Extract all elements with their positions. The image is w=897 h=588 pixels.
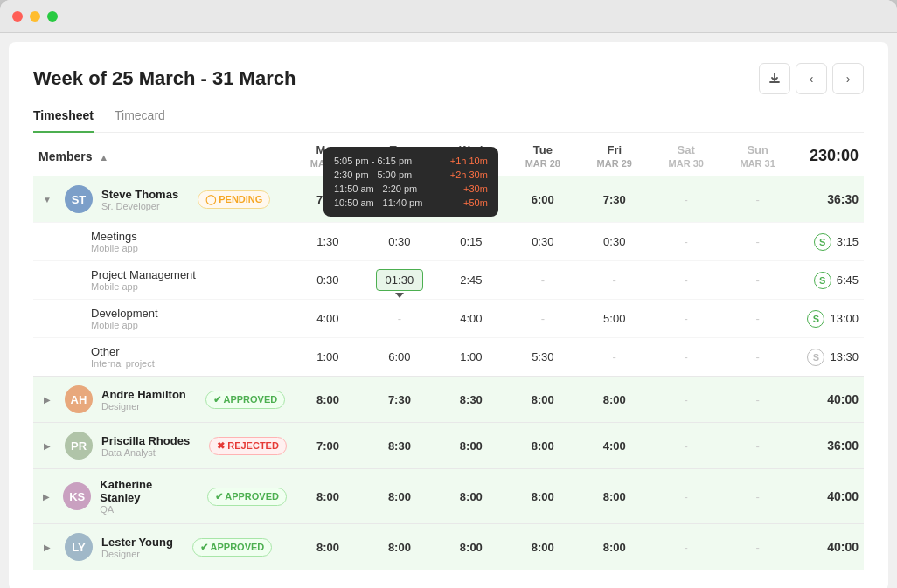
col-header-total: 230:00	[794, 133, 864, 176]
subtask-hour-cell[interactable]: 4:00	[292, 300, 364, 338]
hour-cell[interactable]: -	[650, 524, 722, 571]
subtask-hour-cell[interactable]: 0:15	[435, 223, 507, 261]
hour-cell[interactable]: 8:00	[435, 176, 507, 223]
tab-timesheet[interactable]: Timesheet	[33, 108, 94, 133]
col-header-sun: Sun MAR 31	[722, 133, 794, 176]
hour-cell[interactable]: 8:00	[364, 524, 435, 571]
subtask-hour-cell[interactable]: -	[650, 261, 722, 300]
member-row: ▶ KS Katherine Stanley QA ✔ APPROVED 8:0…	[33, 469, 864, 524]
expand-button[interactable]: ▶	[38, 391, 56, 408]
subtask-hour-cell[interactable]: -	[579, 261, 650, 300]
subtask-hour-cell[interactable]: 4:00	[435, 300, 507, 338]
s-icon[interactable]: S	[814, 272, 831, 289]
hour-cell[interactable]: 8:00	[364, 469, 435, 524]
member-role: Data Analyst	[101, 447, 190, 458]
subtask-hour-cell[interactable]: 0:30	[364, 223, 435, 261]
hour-cell[interactable]: -	[722, 176, 794, 223]
subtask-row: Project Management Mobile app 0:30 01:30…	[33, 261, 864, 300]
subtask-hour-cell[interactable]: 1:00	[292, 338, 364, 377]
expand-button[interactable]: ▶	[38, 488, 54, 505]
hour-cell[interactable]: 7:30	[579, 176, 650, 223]
hour-cell[interactable]: 4:00	[579, 423, 650, 469]
hour-cell[interactable]: -	[722, 377, 794, 423]
hour-cell[interactable]: 8:00	[579, 377, 650, 423]
expand-button[interactable]: ▶	[38, 437, 56, 454]
hour-cell[interactable]: 8:00	[292, 524, 364, 571]
s-icon[interactable]: S	[807, 310, 824, 328]
week-title: Week of 25 March - 31 March	[33, 67, 296, 90]
subtask-row: Other Internal project 1:006:001:005:30-…	[33, 338, 864, 377]
subtask-hour-cell[interactable]: -	[722, 338, 794, 377]
expand-button[interactable]: ▶	[38, 538, 56, 556]
subtask-hour-cell[interactable]: 01:30 5:05 pm - 6:15 pm +1h 10m 2:30 pm …	[364, 261, 435, 300]
hour-cell[interactable]: -	[722, 423, 794, 469]
subtask-hour-cell[interactable]: -	[722, 261, 794, 300]
tab-timecard[interactable]: Timecard	[115, 108, 165, 133]
hour-cell[interactable]: 8:30	[364, 423, 435, 469]
s-icon[interactable]: S	[814, 233, 831, 251]
s-icon[interactable]: S	[807, 349, 824, 366]
prev-week-button[interactable]: ‹	[796, 63, 827, 94]
hour-cell[interactable]: -	[722, 524, 794, 571]
subtask-hour-cell[interactable]: 5:30	[507, 338, 579, 377]
hour-cell[interactable]: 8:00	[507, 377, 579, 423]
hour-cell[interactable]: 8:00	[579, 469, 650, 524]
member-row: ▼ ST Steve Thomas Sr. Developer ◯ PENDIN…	[33, 176, 864, 223]
hour-cell[interactable]: -	[650, 176, 722, 223]
subtask-hour-cell[interactable]: -	[722, 300, 794, 338]
minimize-button[interactable]	[30, 11, 40, 22]
member-total: 36:00	[794, 423, 864, 469]
download-button[interactable]	[759, 63, 790, 94]
subtask-hour-cell[interactable]: 2:45	[435, 261, 507, 300]
hour-cell[interactable]: 8:00	[292, 377, 364, 423]
col-header-tue26: Tue MAR 26	[364, 133, 435, 176]
subtask-hour-cell[interactable]: 0:30	[292, 261, 364, 300]
sort-icon[interactable]: ▲	[99, 152, 108, 163]
highlighted-cell[interactable]: 01:30	[376, 269, 423, 291]
hour-cell[interactable]: -	[722, 469, 794, 524]
subtask-hour-cell[interactable]: -	[650, 223, 722, 261]
subtask-hour-cell[interactable]: 0:30	[507, 223, 579, 261]
hour-cell[interactable]: 8:00	[364, 176, 435, 223]
hour-cell[interactable]: 8:00	[292, 469, 364, 524]
hour-cell[interactable]: 8:00	[435, 423, 507, 469]
hour-cell[interactable]: 8:00	[435, 469, 507, 524]
avatar: PR	[65, 432, 93, 460]
subtask-hour-cell[interactable]: 1:30	[292, 223, 364, 261]
tabs: Timesheet Timecard	[33, 108, 864, 133]
subtask-hour-cell[interactable]: -	[507, 261, 579, 300]
hour-cell[interactable]: 8:00	[579, 524, 650, 571]
hour-cell[interactable]: 8:00	[435, 524, 507, 571]
subtask-row: Meetings Mobile app 1:300:300:150:300:30…	[33, 223, 864, 261]
subtask-hour-cell[interactable]: 0:30	[579, 223, 650, 261]
hour-cell[interactable]: 7:00	[292, 176, 364, 223]
hour-cell[interactable]: 6:00	[507, 176, 579, 223]
maximize-button[interactable]	[47, 11, 58, 22]
subtask-hour-cell[interactable]: -	[650, 338, 722, 377]
timesheet-table: Members ▲ Mon MAR 25 Tue MAR 26 Wed	[33, 133, 864, 570]
subtask-hour-cell[interactable]: 1:00	[435, 338, 507, 377]
hour-cell[interactable]: 8:00	[507, 524, 579, 571]
hour-cell[interactable]: -	[650, 469, 722, 524]
hour-cell[interactable]: 7:30	[364, 377, 435, 423]
subtask-hour-cell[interactable]: -	[650, 300, 722, 338]
member-role: Designer	[101, 401, 186, 412]
timesheet-table-container: Members ▲ Mon MAR 25 Tue MAR 26 Wed	[33, 133, 864, 570]
hour-cell[interactable]: -	[650, 377, 722, 423]
expand-button[interactable]: ▼	[38, 190, 56, 208]
col-header-mon: Mon MAR 25	[292, 133, 364, 176]
subtask-hour-cell[interactable]: -	[507, 300, 579, 338]
subtask-hour-cell[interactable]: -	[722, 223, 794, 261]
hour-cell[interactable]: -	[650, 423, 722, 469]
next-week-button[interactable]: ›	[832, 63, 864, 94]
hour-cell[interactable]: 8:30	[435, 377, 507, 423]
hour-cell[interactable]: 7:00	[292, 423, 364, 469]
subtask-hour-cell[interactable]: -	[364, 300, 435, 338]
member-info-cell: ▼ ST Steve Thomas Sr. Developer ◯ PENDIN…	[33, 176, 292, 223]
hour-cell[interactable]: 8:00	[507, 469, 579, 524]
subtask-hour-cell[interactable]: 5:00	[579, 300, 650, 338]
subtask-hour-cell[interactable]: -	[579, 338, 650, 377]
close-button[interactable]	[12, 11, 23, 22]
subtask-hour-cell[interactable]: 6:00	[364, 338, 435, 377]
hour-cell[interactable]: 8:00	[507, 423, 579, 469]
